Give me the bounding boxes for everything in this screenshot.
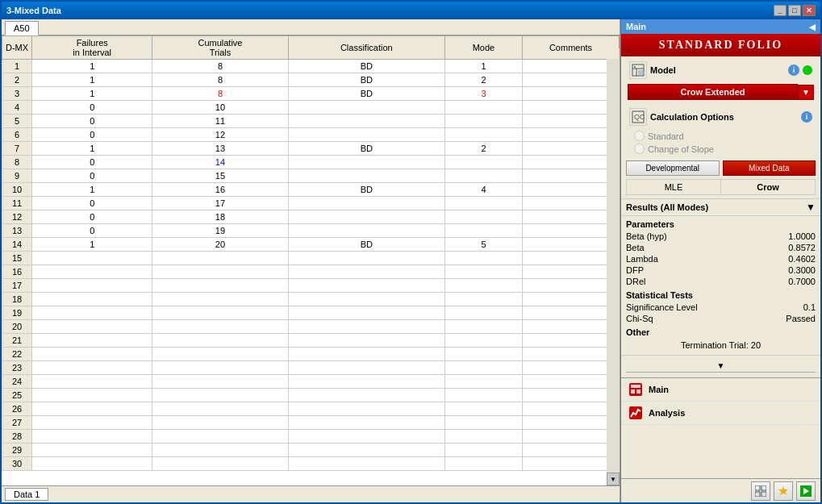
radio-group: Standard Change of Slope <box>631 131 811 154</box>
table-row[interactable]: 4010 <box>2 101 620 115</box>
minimize-button[interactable]: _ <box>774 5 787 16</box>
radio-change-of-slope[interactable]: Change of Slope <box>634 144 811 154</box>
cell-failures: 0 <box>32 156 152 169</box>
table-row[interactable]: 25 <box>2 389 620 402</box>
toolbar-grid-button[interactable] <box>751 481 770 501</box>
calc-options-section: QC Calculation Options i Standard <box>621 103 820 154</box>
cell-mode: 2 <box>444 142 522 156</box>
nav-analysis-label: Analysis <box>649 408 685 418</box>
developmental-button[interactable]: Developmental <box>626 160 720 176</box>
table-row[interactable]: 15 <box>2 252 620 265</box>
results-title: Results (All Modes) <box>626 202 806 212</box>
table-row[interactable]: 14120BD5 <box>2 238 620 252</box>
table-row[interactable]: 24 <box>2 375 620 389</box>
maximize-button[interactable]: □ <box>788 5 801 16</box>
table-row[interactable]: 8014 <box>2 156 620 169</box>
calc-options-info-icon[interactable]: i <box>801 111 812 123</box>
cell-comments <box>523 169 620 183</box>
cell-comments <box>523 293 620 306</box>
close-button[interactable]: ✕ <box>803 5 816 16</box>
table-row[interactable]: 20 <box>2 320 620 334</box>
cell-row-num: 22 <box>2 348 32 361</box>
cell-classification <box>288 389 444 402</box>
table-row[interactable]: 11017 <box>2 197 620 210</box>
table-row[interactable]: 27 <box>2 416 620 430</box>
table-row[interactable]: 16 <box>2 265 620 279</box>
cell-trials: 8 <box>152 73 288 87</box>
cell-mode <box>444 402 522 416</box>
tab-a50[interactable]: A50 <box>5 21 39 35</box>
table-row[interactable]: 29 <box>2 444 620 457</box>
cell-row-num: 9 <box>2 169 32 183</box>
cell-trials <box>152 375 288 389</box>
data-table-container: D-MX Failuresin Interval CumulativeTrial… <box>2 35 620 485</box>
cell-comments <box>523 389 620 402</box>
model-section: Model i Crow Extended ▼ <box>621 56 820 100</box>
cell-comments <box>523 210 620 224</box>
table-row[interactable]: 7113BD2 <box>2 142 620 156</box>
cell-mode: 4 <box>444 183 522 197</box>
cell-trials <box>152 265 288 279</box>
table-row[interactable]: 18 <box>2 293 620 306</box>
mle-button[interactable]: MLE <box>627 180 720 194</box>
cell-row-num: 28 <box>2 430 32 444</box>
radio-standard-input[interactable] <box>634 131 645 141</box>
table-row[interactable]: 218BD2 <box>2 73 620 87</box>
svg-marker-16 <box>778 486 788 495</box>
cell-trials <box>152 348 288 361</box>
table-row[interactable]: 10116BD4 <box>2 183 620 197</box>
vertical-scrollbar[interactable]: ▲ ▼ <box>607 35 620 485</box>
cell-mode: 2 <box>444 73 522 87</box>
table-row[interactable]: 23 <box>2 361 620 375</box>
nav-item-main[interactable]: Main <box>621 378 820 402</box>
cell-failures: 0 <box>32 115 152 128</box>
table-row[interactable]: 21 <box>2 334 620 348</box>
table-row[interactable]: 17 <box>2 279 620 293</box>
svg-rect-12 <box>755 485 760 490</box>
cell-failures: 1 <box>32 238 152 252</box>
nav-item-analysis[interactable]: Analysis <box>621 402 820 425</box>
scroll-down-arrow[interactable]: ▼ <box>607 473 620 485</box>
model-dropdown-arrow[interactable]: ▼ <box>798 85 814 100</box>
results-collapse-arrow[interactable]: ▼ <box>621 355 820 377</box>
table-row[interactable]: 6012 <box>2 128 620 142</box>
model-icon <box>629 61 647 79</box>
cell-row-num: 1 <box>2 60 32 73</box>
cell-mode <box>444 320 522 334</box>
model-info-icon[interactable]: i <box>788 65 799 76</box>
table-row[interactable]: 5011 <box>2 115 620 128</box>
right-panel-collapse-arrow[interactable]: ◀ <box>809 23 816 31</box>
table-row[interactable]: 13019 <box>2 224 620 238</box>
results-expand-button[interactable]: ▼ <box>806 202 816 213</box>
sheet-tab-data1[interactable]: Data 1 <box>5 488 48 501</box>
right-panel-title: Main <box>626 22 646 31</box>
cell-comments <box>523 115 620 128</box>
cell-mode <box>444 293 522 306</box>
table-row[interactable]: 9015 <box>2 169 620 183</box>
table-row[interactable]: 12018 <box>2 210 620 224</box>
toolbar-star-button[interactable] <box>774 481 793 501</box>
cell-mode <box>444 169 522 183</box>
result-chi-sq: Chi-Sq Passed <box>626 313 816 324</box>
crow-button[interactable]: Crow <box>721 180 815 194</box>
table-row[interactable]: 118BD1 <box>2 60 620 73</box>
toolbar-run-button[interactable] <box>796 481 816 501</box>
cell-failures: 0 <box>32 101 152 115</box>
mixed-data-button[interactable]: Mixed Data <box>723 160 816 176</box>
table-row[interactable]: 19 <box>2 306 620 320</box>
table-row[interactable]: 30 <box>2 457 620 471</box>
folio-banner: Standard Folio <box>621 34 820 56</box>
cell-trials <box>152 293 288 306</box>
cell-comments <box>523 183 620 197</box>
cell-trials: 12 <box>152 128 288 142</box>
radio-cos-input[interactable] <box>634 144 645 154</box>
parameters-title: Parameters <box>626 219 816 229</box>
table-row[interactable]: 26 <box>2 402 620 416</box>
cell-mode <box>444 224 522 238</box>
table-row[interactable]: 318BD3 <box>2 87 620 101</box>
table-row[interactable]: 28 <box>2 430 620 444</box>
cell-comments <box>523 101 620 115</box>
table-row[interactable]: 22 <box>2 348 620 361</box>
model-select-button[interactable]: Crow Extended <box>628 84 798 100</box>
radio-standard[interactable]: Standard <box>634 131 811 141</box>
